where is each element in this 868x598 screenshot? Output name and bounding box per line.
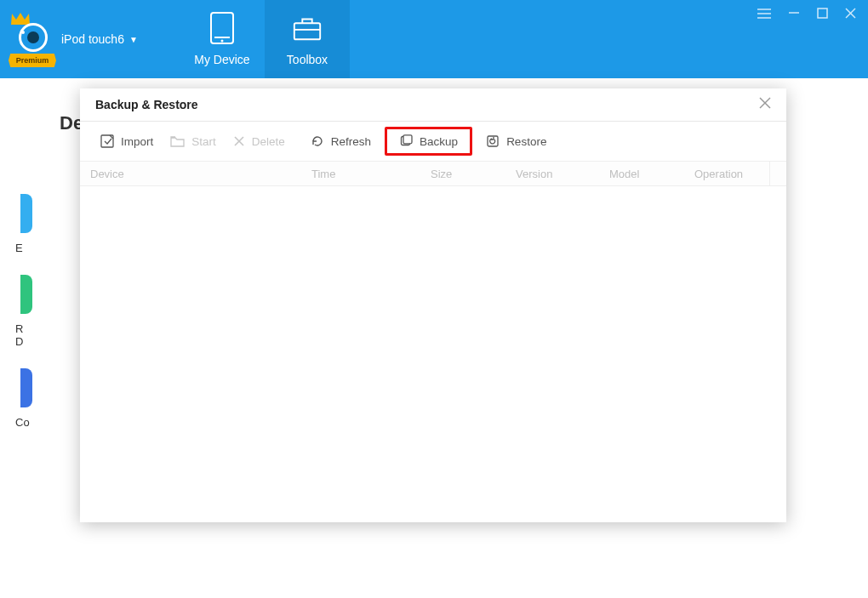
modal-toolbar: Import Start Delete Refresh Backup Resto… — [80, 122, 786, 161]
modal-title: Backup & Restore — [95, 98, 198, 111]
col-time[interactable]: Time — [301, 168, 420, 180]
side-tile-2 — [20, 275, 32, 314]
col-operation[interactable]: Operation — [684, 168, 769, 180]
eye-icon — [19, 23, 48, 52]
modal-header: Backup & Restore — [80, 88, 786, 121]
table-header-row: Device Time Size Version Model Operation — [80, 161, 786, 186]
tab-toolbox[interactable]: Toolbox — [265, 0, 350, 78]
tablet-icon — [206, 12, 238, 44]
folder-icon — [170, 135, 185, 147]
device-name-label: iPod touch6 — [61, 32, 124, 46]
col-version[interactable]: Version — [505, 168, 599, 180]
svg-point-2 — [221, 40, 224, 43]
svg-rect-3 — [294, 23, 320, 39]
svg-rect-9 — [818, 9, 827, 18]
toolbar-backup-label: Backup — [420, 135, 458, 148]
toolbar-refresh-label: Refresh — [331, 135, 371, 148]
toolbar-import-button[interactable]: Import — [92, 129, 162, 153]
tab-my-device[interactable]: My Device — [180, 0, 265, 78]
app-header: Premium iPod touch6 ▼ My Device Toolbox — [0, 0, 868, 78]
premium-badge: Premium — [9, 54, 56, 67]
app-logo: Premium — [7, 9, 58, 69]
device-selector[interactable]: iPod touch6 ▼ — [61, 32, 138, 46]
toolbar-import-label: Import — [121, 135, 153, 148]
col-model[interactable]: Model — [599, 168, 684, 180]
col-spacer — [769, 162, 780, 185]
tab-label-my-device: My Device — [194, 53, 249, 66]
minimize-button[interactable] — [788, 7, 800, 21]
tab-label-toolbox: Toolbox — [287, 53, 328, 66]
toolbox-icon — [291, 12, 323, 44]
backup-restore-modal: Backup & Restore Import Start Delete Ref… — [80, 88, 786, 522]
chevron-down-icon: ▼ — [129, 35, 138, 44]
window-controls — [757, 7, 856, 21]
toolbar-delete-label: Delete — [252, 135, 285, 148]
import-icon — [100, 134, 114, 148]
toolbar-restore-label: Restore — [506, 135, 546, 148]
close-button[interactable] — [845, 8, 856, 21]
col-device[interactable]: Device — [80, 168, 301, 180]
modal-close-button[interactable] — [759, 97, 771, 112]
restore-icon — [486, 134, 500, 148]
toolbar-start-label: Start — [191, 135, 216, 148]
delete-icon — [233, 135, 245, 147]
eye-shine — [21, 31, 25, 34]
col-size[interactable]: Size — [420, 168, 505, 180]
toolbar-delete-button: Delete — [225, 130, 294, 153]
refresh-icon — [311, 134, 324, 148]
svg-rect-0 — [211, 13, 233, 43]
svg-rect-19 — [488, 136, 498, 146]
toolbar-backup-button[interactable]: Backup — [385, 127, 472, 156]
menu-icon[interactable] — [757, 8, 771, 21]
toolbar-start-button: Start — [162, 130, 225, 153]
header-left: Premium iPod touch6 ▼ — [0, 0, 180, 78]
toolbar-refresh-button[interactable]: Refresh — [302, 129, 380, 153]
side-tile-1 — [20, 194, 32, 233]
svg-rect-18 — [403, 135, 412, 144]
maximize-button[interactable] — [817, 8, 828, 21]
backup-icon — [399, 134, 413, 148]
side-tile-3 — [20, 368, 32, 407]
toolbar-restore-button[interactable]: Restore — [477, 129, 555, 153]
